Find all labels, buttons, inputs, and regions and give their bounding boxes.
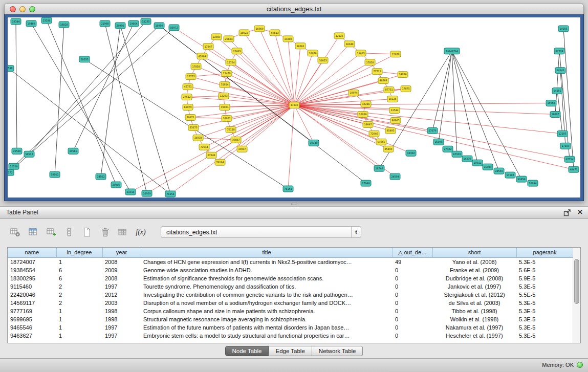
graph-edge[interactable] bbox=[191, 74, 227, 77]
graph-node[interactable]: 18302 bbox=[406, 150, 416, 156]
table-row[interactable]: 946554611997Estimation of the future num… bbox=[8, 323, 573, 332]
graph-node[interactable]: 22605 bbox=[232, 48, 242, 54]
graph-node[interactable]: 12172 bbox=[8, 169, 14, 176]
graph-node[interactable]: 13186 bbox=[41, 17, 52, 24]
graph-edge[interactable] bbox=[439, 51, 452, 142]
graph-node[interactable]: 54955 bbox=[376, 139, 386, 145]
graph-node[interactable]: 17679 bbox=[427, 127, 438, 134]
graph-node[interactable]: 17875 bbox=[401, 86, 411, 92]
graph-node[interactable]: 15989 bbox=[483, 164, 493, 170]
graph-edge[interactable] bbox=[242, 105, 294, 149]
graph-node[interactable]: 10047 bbox=[363, 121, 373, 127]
graph-node[interactable]: 16940 bbox=[344, 41, 355, 47]
network-canvas[interactable]: 1724022083178474200417858127534275127512… bbox=[8, 17, 580, 198]
graph-node[interactable]: 17103 bbox=[505, 172, 515, 178]
graph-node[interactable]: 82774 bbox=[554, 48, 564, 54]
graph-node[interactable]: 21314 bbox=[125, 189, 136, 195]
window-titlebar[interactable]: citations_edges.txt bbox=[4, 3, 584, 14]
graph-node[interactable]: 16021 bbox=[222, 115, 232, 121]
graph-edge[interactable] bbox=[288, 105, 294, 189]
graph-node[interactable]: 20906 bbox=[111, 182, 121, 188]
graph-node[interactable]: 18828 bbox=[59, 21, 69, 28]
network-canvas-svg[interactable]: 1724022083178474200417858127534275127512… bbox=[8, 17, 580, 198]
panel-resize-handle[interactable] bbox=[291, 203, 297, 205]
graph-node[interactable]: 17858 bbox=[191, 63, 201, 70]
graph-node[interactable]: 67919 bbox=[452, 151, 462, 157]
graph-edge[interactable] bbox=[120, 26, 170, 194]
graph-edge[interactable] bbox=[196, 67, 294, 105]
graph-node[interactable]: 50023 bbox=[318, 57, 328, 63]
graph-node[interactable]: 19664 bbox=[128, 20, 139, 27]
graph-edge[interactable] bbox=[190, 117, 227, 118]
graph-node[interactable]: 18344 bbox=[11, 18, 21, 25]
graph-node[interactable]: 17850 bbox=[365, 59, 375, 65]
column-header-out_de[interactable]: △ out_de… bbox=[393, 248, 432, 257]
graph-node[interactable]: 27512 bbox=[182, 94, 192, 100]
graph-node[interactable]: 80965 bbox=[390, 117, 401, 123]
table-row[interactable]: 1830029562008Estimation of significance … bbox=[8, 274, 573, 282]
graph-node[interactable]: 85972 bbox=[169, 25, 179, 31]
graph-edge[interactable] bbox=[9, 28, 174, 172]
graph-node[interactable]: 39021 bbox=[220, 104, 230, 111]
graph-node[interactable]: 15958 bbox=[546, 100, 556, 106]
graph-edge[interactable] bbox=[101, 26, 120, 177]
tab-network-table[interactable]: Network Table bbox=[312, 346, 363, 356]
function-builder-button[interactable]: f(x) bbox=[135, 227, 147, 238]
graph-node[interactable]: 42751 bbox=[183, 84, 193, 90]
graph-node[interactable]: 57046 bbox=[206, 152, 216, 158]
scrollbar-thumb[interactable] bbox=[574, 259, 579, 304]
graph-node[interactable]: 20994 bbox=[528, 180, 538, 186]
minimize-window-button[interactable] bbox=[19, 6, 26, 12]
graph-node[interactable]: 12103 bbox=[557, 130, 568, 137]
tab-edge-table[interactable]: Edge Table bbox=[269, 346, 312, 356]
graph-node[interactable]: 16959 bbox=[142, 190, 152, 196]
import-table-button[interactable] bbox=[117, 227, 129, 238]
graph-edge[interactable] bbox=[294, 105, 574, 170]
row-height-button[interactable] bbox=[63, 227, 75, 238]
column-header-year[interactable]: year bbox=[102, 248, 141, 257]
graph-edge[interactable] bbox=[31, 24, 130, 192]
graph-edge[interactable] bbox=[29, 21, 146, 154]
graph-node[interactable]: 15479 bbox=[222, 71, 232, 77]
table-selector[interactable]: citations_edges.txt ▲ ▼ bbox=[161, 226, 361, 238]
graph-node[interactable]: 16959 bbox=[154, 23, 164, 29]
graph-node[interactable]: 14141 bbox=[555, 68, 565, 74]
graph-node[interactable]: 24562 bbox=[96, 173, 106, 180]
graph-edge[interactable] bbox=[220, 105, 294, 163]
table-row[interactable]: 1938455462009Genome-wide association stu… bbox=[8, 266, 573, 274]
graph-node[interactable]: 39887 bbox=[231, 137, 241, 143]
graph-node[interactable]: 12978 bbox=[390, 51, 401, 57]
graph-edge[interactable] bbox=[14, 26, 159, 166]
graph-node[interactable]: 50513 bbox=[24, 151, 34, 157]
graph-node[interactable]: 17847 bbox=[203, 43, 213, 50]
graph-node[interactable]: 76154 bbox=[283, 186, 293, 192]
graph-node[interactable]: 85493 bbox=[385, 127, 396, 134]
graph-node[interactable]: 14230 bbox=[462, 156, 472, 162]
graph-node[interactable]: 76154 bbox=[165, 191, 176, 197]
delete-table-button[interactable] bbox=[99, 227, 111, 238]
table-row[interactable]: 946362711997Embryonic stem cells: a mode… bbox=[8, 332, 573, 340]
graph-edge[interactable] bbox=[244, 33, 294, 105]
column-header-name[interactable]: name bbox=[8, 248, 56, 257]
table-row[interactable]: 2242004622012Investigating the contribut… bbox=[8, 291, 573, 299]
graph-node[interactable]: 20533 bbox=[79, 56, 90, 62]
graph-node[interactable]: 76194 bbox=[215, 159, 225, 165]
graph-node[interactable]: 17940 bbox=[361, 180, 371, 186]
close-window-button[interactable] bbox=[10, 6, 16, 12]
graph-node[interactable]: 59613 bbox=[270, 30, 280, 36]
graph-node[interactable]: 92450 bbox=[516, 176, 527, 182]
graph-node[interactable]: 27422 bbox=[443, 146, 453, 152]
float-panel-icon[interactable] bbox=[563, 209, 571, 216]
graph-edge[interactable] bbox=[47, 20, 116, 185]
graph-edge[interactable] bbox=[294, 105, 314, 143]
graph-node[interactable]: 12753 bbox=[186, 74, 196, 80]
graph-node[interactable]: 72046 bbox=[369, 130, 379, 137]
table-row[interactable]: 969969511998Structural magnetic resonanc… bbox=[8, 315, 573, 323]
graph-node[interactable]: 25560 bbox=[12, 148, 22, 154]
graph-node[interactable]: 12125 bbox=[334, 33, 344, 39]
graph-node[interactable]: 16038 bbox=[193, 135, 203, 141]
graph-node[interactable]: 19156 bbox=[558, 26, 569, 32]
graph-node[interactable]: 60079 bbox=[183, 104, 193, 111]
graph-node[interactable]: 21538 bbox=[8, 65, 14, 72]
graph-node[interactable]: 31814 bbox=[220, 82, 230, 88]
